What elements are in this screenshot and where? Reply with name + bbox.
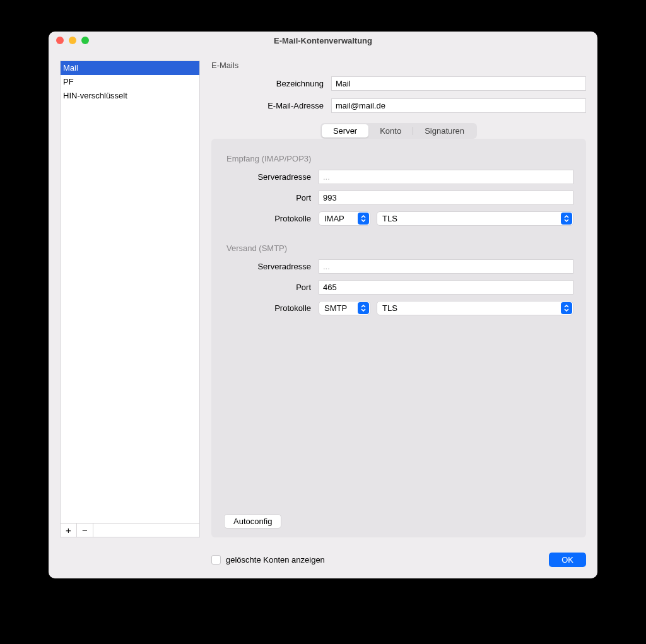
account-list-item[interactable]: PF <box>61 75 199 89</box>
account-list-item[interactable]: Mail <box>61 61 199 75</box>
outgoing-protokolle-row: Protokolle SMTP TLS <box>224 301 573 315</box>
add-account-button[interactable]: + <box>61 524 77 537</box>
outgoing-port-input[interactable] <box>319 280 573 295</box>
account-list-toolbar: + − <box>60 524 200 537</box>
window-footer: gelöschte Konten anzeigen OK <box>49 545 597 578</box>
incoming-serveradresse-input[interactable] <box>319 170 573 184</box>
tab-konto[interactable]: Konto <box>368 124 413 138</box>
account-list-toolbar-spacer <box>93 524 199 537</box>
window-titlebar: E-Mail-Kontenverwaltung <box>49 32 597 49</box>
sidebar: Mail PF HIN-verschlüsselt + − <box>60 61 200 537</box>
emails-section-heading: E-Mails <box>211 61 586 70</box>
outgoing-protocol-value: SMTP <box>324 303 347 313</box>
incoming-encryption-select[interactable]: TLS <box>377 211 573 226</box>
bezeichnung-label: Bezeichnung <box>211 79 331 88</box>
outgoing-serveradresse-label: Serveradresse <box>224 262 319 271</box>
show-deleted-checkbox[interactable] <box>211 555 221 565</box>
email-adresse-input[interactable] <box>331 98 586 113</box>
show-deleted-checkbox-wrap: gelöschte Konten anzeigen <box>211 555 325 565</box>
incoming-port-input[interactable] <box>319 190 573 205</box>
incoming-port-row: Port <box>224 190 573 205</box>
show-deleted-label: gelöschte Konten anzeigen <box>226 555 325 565</box>
updown-chevron-icon <box>358 302 369 314</box>
incoming-encryption-value: TLS <box>382 214 397 223</box>
incoming-serveradresse-label: Serveradresse <box>224 172 319 182</box>
updown-chevron-icon <box>358 213 369 225</box>
outgoing-port-label: Port <box>224 283 319 292</box>
account-list[interactable]: Mail PF HIN-verschlüsselt <box>60 61 200 524</box>
outgoing-protocol-select[interactable]: SMTP <box>319 301 370 315</box>
bezeichnung-row: Bezeichnung <box>211 76 586 91</box>
email-adresse-row: E-Mail-Adresse <box>211 98 586 113</box>
incoming-serveradresse-row: Serveradresse <box>224 170 573 184</box>
updown-chevron-icon <box>561 213 572 225</box>
tab-signaturen[interactable]: Signaturen <box>413 124 476 138</box>
outgoing-serveradresse-input[interactable] <box>319 259 573 274</box>
outgoing-protokolle-label: Protokolle <box>224 303 319 313</box>
tab-server[interactable]: Server <box>322 124 368 138</box>
email-adresse-label: E-Mail-Adresse <box>211 101 331 110</box>
incoming-port-label: Port <box>224 193 319 202</box>
outgoing-encryption-value: TLS <box>382 303 397 313</box>
remove-account-button[interactable]: − <box>77 524 93 537</box>
server-settings-panel: Empfang (IMAP/POP3) Serveradresse Port P… <box>211 139 586 537</box>
window-title: E-Mail-Kontenverwaltung <box>49 36 597 45</box>
incoming-protocol-value: IMAP <box>324 214 344 223</box>
incoming-protocol-selects: IMAP TLS <box>319 211 573 226</box>
tabbar-container: Server Konto Signaturen <box>211 123 586 139</box>
ok-button[interactable]: OK <box>549 553 586 567</box>
autoconfig-button[interactable]: Autoconfig <box>224 514 281 529</box>
incoming-protokolle-label: Protokolle <box>224 214 319 223</box>
close-window-button[interactable] <box>56 37 64 44</box>
email-account-manager-window: E-Mail-Kontenverwaltung Mail PF HIN-vers… <box>49 32 597 578</box>
main-panel: E-Mails Bezeichnung E-Mail-Adresse Serve… <box>211 61 586 537</box>
incoming-protokolle-row: Protokolle IMAP TLS <box>224 211 573 226</box>
updown-chevron-icon <box>561 302 572 314</box>
outgoing-heading: Versand (SMTP) <box>226 243 573 253</box>
bezeichnung-input[interactable] <box>331 76 586 91</box>
window-content: Mail PF HIN-verschlüsselt + − E-Mails Be… <box>49 49 597 545</box>
incoming-heading: Empfang (IMAP/POP3) <box>226 154 573 163</box>
outgoing-protocol-selects: SMTP TLS <box>319 301 573 315</box>
window-controls <box>56 37 89 44</box>
account-list-item[interactable]: HIN-verschlüsselt <box>61 89 199 103</box>
minimize-window-button[interactable] <box>69 37 76 44</box>
settings-tabbar: Server Konto Signaturen <box>320 123 477 139</box>
incoming-protocol-select[interactable]: IMAP <box>319 211 370 226</box>
zoom-window-button[interactable] <box>81 37 89 44</box>
outgoing-serveradresse-row: Serveradresse <box>224 259 573 274</box>
outgoing-encryption-select[interactable]: TLS <box>377 301 573 315</box>
outgoing-port-row: Port <box>224 280 573 295</box>
